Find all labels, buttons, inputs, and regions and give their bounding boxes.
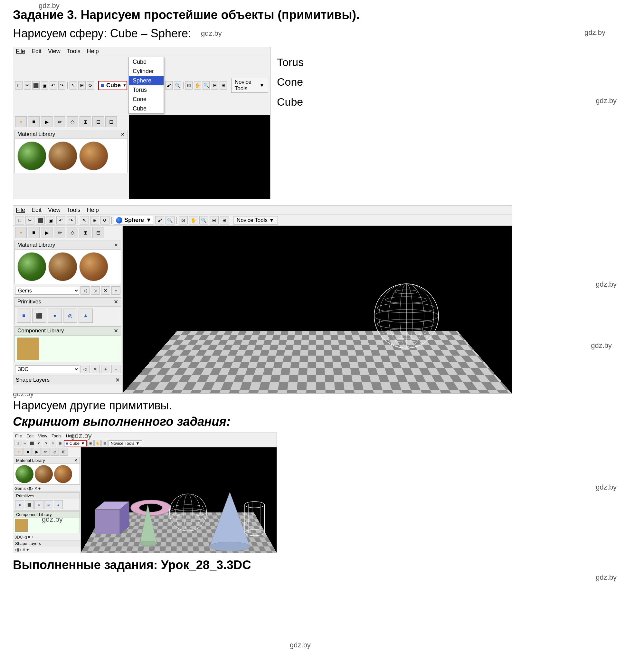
material-thumb-1[interactable] [17, 141, 46, 170]
bottom-nav1[interactable]: ◁ [80, 365, 90, 373]
toolbar-extra1[interactable]: ⊠ [185, 81, 193, 90]
material-thumb-2[interactable] [48, 141, 77, 170]
gems-select[interactable]: Gems [15, 287, 79, 295]
gems-add[interactable]: + [111, 286, 120, 295]
s2toolbarbtn3[interactable]: ▶ [41, 227, 52, 238]
tb3-undo[interactable]: ↶ [36, 440, 42, 446]
s3-gems-add[interactable]: + [38, 486, 41, 491]
tb2-rotate[interactable]: ⟳ [101, 216, 109, 225]
tb3-extra2[interactable]: ✋ [94, 440, 101, 446]
stoolbar-btn4[interactable]: ✏ [54, 116, 65, 127]
tb3-redo[interactable]: ↷ [43, 440, 49, 446]
novice-tools-btn-2[interactable]: Novice Tools ▼ [233, 216, 278, 225]
stoolbar-btn2[interactable]: ■ [28, 116, 40, 127]
toolbar-zoom[interactable]: 🔍 [174, 81, 181, 90]
s3-mat-3[interactable] [54, 465, 72, 483]
gems-nav1[interactable]: ◁ [80, 286, 90, 295]
menu-help[interactable]: Help [87, 48, 99, 55]
tb2-zoom[interactable]: 🔍 [166, 216, 174, 225]
menu-edit[interactable]: Edit [32, 48, 42, 55]
tb2-new[interactable]: □ [15, 216, 24, 225]
tb2-select[interactable]: ↖ [80, 216, 89, 225]
toolbar-rotate[interactable]: ⟳ [87, 81, 94, 90]
s2-mat-1[interactable] [17, 252, 46, 281]
s2toolbarbtn5[interactable]: ◇ [67, 227, 78, 238]
dropdown-item-sphere[interactable]: Sphere [129, 76, 164, 85]
tb2-extra4[interactable]: ⊟ [210, 216, 219, 225]
s3-gems-close[interactable]: ✕ [34, 486, 38, 491]
toolbar-extra4[interactable]: ⊟ [211, 81, 218, 90]
s2-mat-close[interactable]: ✕ [114, 243, 118, 248]
tb2-cut[interactable]: ✂ [26, 216, 34, 225]
menu2-file[interactable]: File [16, 207, 25, 214]
s3-prim-cone[interactable]: ▲ [54, 500, 63, 509]
tb3-extra1[interactable]: ⊠ [87, 440, 94, 446]
dropdown-item-cylinder[interactable]: Cylinder [129, 67, 164, 76]
s3-comp-thumb[interactable] [15, 519, 28, 532]
tb2-undo[interactable]: ↶ [56, 216, 65, 225]
menu3-file[interactable]: File [15, 434, 22, 438]
tb2-extra2[interactable]: ✋ [189, 216, 198, 225]
s3-mat-1[interactable] [15, 465, 33, 483]
s2toolbarbtn4[interactable]: ✏ [54, 227, 65, 238]
s3-ctrl1[interactable]: ◁ [15, 547, 18, 552]
tb2-extra5[interactable]: ⊞ [220, 216, 229, 225]
menu-view[interactable]: View [48, 48, 61, 55]
toolbar-copy[interactable]: ⬛ [32, 81, 40, 90]
s3-gems-nav1[interactable]: ◁ [26, 486, 30, 491]
s3tb2[interactable]: ■ [24, 448, 32, 456]
toolbar-extra2[interactable]: ✋ [194, 81, 201, 90]
s3tb4[interactable]: ✏ [42, 448, 50, 456]
s3-mat-2[interactable] [35, 465, 53, 483]
menu2-help[interactable]: Help [87, 207, 99, 214]
toolbar-paint[interactable]: 🖌 [165, 81, 173, 90]
prim-cylinder-btn[interactable]: ⬛ [32, 308, 46, 323]
sphere-dropdown[interactable]: Sphere ▼ [114, 216, 154, 225]
s3tb5[interactable]: ◇ [50, 448, 59, 456]
toolbar-extra3[interactable]: 🔍 [202, 81, 210, 90]
s3-bottom-minus[interactable]: − [35, 535, 37, 540]
s3-ctrl3[interactable]: ✕ [22, 547, 26, 552]
stoolbar-btn8[interactable]: ⊡ [105, 116, 117, 127]
toolbar-select[interactable]: ↖ [70, 81, 77, 90]
gems-nav2[interactable]: ▷ [91, 286, 100, 295]
stoolbar-btn6[interactable]: ⊞ [79, 116, 91, 127]
tb3-novice-btn[interactable]: Novice Tools ▼ [108, 440, 142, 446]
menu3-tools[interactable]: Tools [51, 434, 61, 438]
primitives-close[interactable]: ✕ [114, 299, 118, 305]
s3-gems-nav2[interactable]: ▷ [30, 486, 33, 491]
novice-tools-button[interactable]: Novice Tools ▼ [231, 78, 268, 93]
stoolbar-btn7[interactable]: ⊟ [92, 116, 104, 127]
tb3-primitive-dropdown[interactable]: ■ Cube ▼ [64, 440, 87, 446]
shape-layers-close[interactable]: ✕ [115, 377, 120, 384]
s3tb6[interactable]: ⊞ [60, 448, 68, 456]
menu2-edit[interactable]: Edit [32, 207, 42, 214]
s3-ctrl2[interactable]: ▷ [18, 547, 21, 552]
tb2-redo[interactable]: ↷ [67, 216, 76, 225]
s3-prim-cyl[interactable]: ⬛ [25, 500, 34, 509]
s3-prim-torus[interactable]: ◎ [44, 500, 53, 509]
s3-bottom-nav1[interactable]: ◁ [24, 535, 27, 540]
toolbar-undo[interactable]: ↶ [50, 81, 57, 90]
menu2-tools[interactable]: Tools [67, 207, 80, 214]
toolbar-redo[interactable]: ↷ [58, 81, 66, 90]
s3tb3[interactable]: ▶ [32, 448, 41, 456]
s3-bottom-add[interactable]: + [32, 535, 34, 540]
tb2-extra3[interactable]: 🔍 [199, 216, 208, 225]
s3-prim-sphere[interactable]: ● [34, 500, 44, 509]
tb3-cut[interactable]: ✂ [21, 440, 28, 446]
s3tb1[interactable]: 🔸 [15, 448, 23, 456]
tb2-paint[interactable]: 🖌 [155, 216, 164, 225]
tb3-move[interactable]: ⊞ [57, 440, 63, 446]
s2-mat-2[interactable] [48, 252, 77, 281]
stoolbar-btn5[interactable]: ◇ [67, 116, 78, 127]
dropdown-item-cone[interactable]: Cone [129, 95, 164, 104]
dropdown-item-torus[interactable]: Torus [129, 85, 164, 95]
bottom-add[interactable]: + [101, 365, 110, 373]
prim-torus-btn[interactable]: ◎ [63, 308, 77, 323]
s3-mat-close[interactable]: ✕ [74, 458, 78, 463]
bottom-minus[interactable]: − [111, 365, 120, 373]
bottom-close[interactable]: ✕ [91, 365, 100, 373]
s3-ctrl4[interactable]: + [26, 547, 29, 552]
toolbar-paste[interactable]: ▣ [41, 81, 48, 90]
